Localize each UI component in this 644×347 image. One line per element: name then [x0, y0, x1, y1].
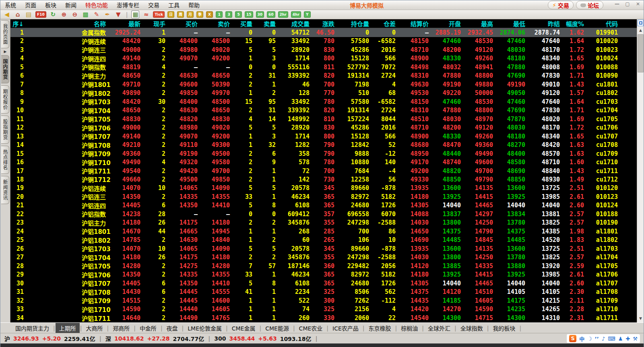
cell[interactable]: 820 [314, 71, 339, 80]
cell[interactable]: 14105 [498, 288, 530, 296]
cell[interactable]: 1.98 [565, 227, 589, 235]
cell[interactable]: 14350 [113, 271, 145, 279]
cell[interactable]: 95 [257, 97, 281, 106]
cell[interactable]: 14490 [170, 314, 202, 322]
cell[interactable]: 7684 [339, 167, 374, 175]
cell[interactable]: 1 [257, 175, 281, 184]
cell[interactable]: 0 [235, 210, 257, 218]
cell[interactable]: 345 [314, 244, 339, 253]
cell[interactable]: 49500 [170, 175, 202, 184]
cell[interactable]: 2 [145, 80, 170, 89]
cell[interactable]: 14405 [113, 201, 145, 210]
cell[interactable]: 800 [314, 132, 339, 140]
cell[interactable]: 48180 [498, 132, 530, 140]
cell[interactable]: 365 [314, 192, 339, 201]
cell[interactable]: 15 [235, 97, 257, 106]
cell[interactable]: 47880 [433, 71, 466, 80]
cell[interactable]: 48020 [530, 115, 565, 123]
cell[interactable]: 49540 [113, 167, 145, 175]
cell[interactable]: 106 [339, 236, 374, 244]
cell[interactable]: 17 [10, 167, 29, 175]
contract-name[interactable]: 沪铝1801 [29, 227, 113, 235]
cell[interactable]: cu1709 [589, 149, 623, 158]
cell[interactable]: 14785 [113, 236, 145, 244]
cell[interactable]: 32 [10, 296, 29, 305]
col-header-19[interactable]: 代码 [589, 19, 623, 28]
table-row-24[interactable]: 24沪铝180114670441466514945112682857008614… [10, 227, 637, 235]
cell[interactable]: 49170 [400, 158, 433, 166]
cell[interactable]: 5 [257, 244, 281, 253]
contract-name[interactable]: 沪铝1703 [29, 244, 113, 253]
cell[interactable]: 14355 [202, 192, 235, 201]
cell[interactable]: 2 [235, 167, 257, 175]
cell[interactable]: 2885.19 [433, 28, 466, 37]
zoom-in-icon[interactable]: ⊕ [60, 11, 68, 18]
exchange-tab-12[interactable]: 东京橡胶 [365, 323, 395, 333]
period-button-X[interactable]: X [206, 11, 213, 18]
cell[interactable]: 49970 [202, 89, 235, 97]
cell[interactable]: 5 [235, 123, 257, 132]
chart-view-icon[interactable]: ≈ [142, 11, 150, 18]
cell[interactable]: 2 [257, 236, 281, 244]
cell[interactable]: 48970 [466, 115, 498, 123]
cell[interactable]: 2 [145, 192, 170, 201]
cell[interactable]: -6582 [374, 97, 400, 106]
cell[interactable]: 52 [374, 140, 400, 149]
cell[interactable]: 2 [145, 296, 170, 305]
cell[interactable]: 566 [374, 132, 400, 140]
cell[interactable]: 14670 [113, 227, 145, 235]
keyboard-icon[interactable]: ⌨ [608, 336, 615, 342]
cell[interactable]: 13600 [433, 244, 466, 253]
cell[interactable]: -4 [374, 167, 400, 175]
minimize-button[interactable]: — [614, 1, 620, 7]
cell[interactable]: 48008 [530, 63, 565, 71]
cell[interactable]: 15 [235, 37, 257, 45]
exchange-tab-11[interactable]: ICE农产品 [329, 323, 362, 333]
cell[interactable]: 5 [235, 45, 257, 54]
cell[interactable]: 48900 [400, 132, 433, 140]
cell[interactable]: 47690 [498, 71, 530, 80]
cell[interactable]: 33492 [281, 37, 314, 45]
cell[interactable]: 49020 [202, 123, 235, 132]
cell[interactable]: 47830 [530, 106, 565, 114]
cell[interactable]: 2 [257, 219, 281, 227]
cell[interactable]: 13885 [433, 262, 466, 270]
cell[interactable]: 14280 [202, 262, 235, 270]
cell[interactable]: 13880 [498, 262, 530, 270]
cell[interactable]: 8 [10, 89, 29, 97]
grid-view-icon[interactable]: ▦ [131, 10, 139, 19]
cell[interactable]: 345876 [281, 253, 314, 262]
cell[interactable]: 14297 [466, 210, 498, 218]
cell[interactable]: 2 [145, 236, 170, 244]
col-header-7[interactable]: 买量 [235, 19, 257, 28]
cell[interactable]: 48710 [530, 158, 565, 166]
contract-name[interactable]: 沪铜连续 [29, 37, 113, 45]
filter-icon[interactable]: ▼ [114, 11, 122, 18]
table-row-4[interactable]: 4沪铜连四49140249070492001317148001512856648… [10, 54, 637, 62]
exchange-tab-1[interactable]: 国内期货主力 [12, 323, 53, 333]
col-header-16[interactable]: 最低 [498, 19, 530, 28]
col-header-10[interactable]: 涨跌 [314, 19, 339, 28]
contract-name[interactable]: 沪铝1711 [29, 314, 113, 322]
cell[interactable]: 49710 [113, 80, 145, 89]
cell[interactable]: 49850 [170, 89, 202, 97]
cell[interactable]: 1 [257, 167, 281, 175]
cell[interactable]: 14640 [113, 314, 145, 322]
cell[interactable]: 247298 [339, 253, 374, 262]
cell[interactable]: 13925 [498, 271, 530, 279]
col-header-11[interactable]: 持仓量 [339, 19, 374, 28]
cell[interactable]: 49020 [202, 45, 235, 54]
table-row-13[interactable]: 13沪铜170749140249070492001317148001512856… [10, 132, 637, 140]
cell[interactable]: 0 [374, 28, 400, 37]
cell[interactable]: 14305 [400, 279, 433, 287]
period-button-15[interactable]: 15 [245, 11, 253, 18]
cell[interactable]: 14515 [113, 296, 145, 305]
cell[interactable]: 1 [235, 89, 257, 97]
cell[interactable]: 830 [314, 123, 339, 132]
cell[interactable]: 48170 [530, 45, 565, 54]
cell[interactable]: 48580 [498, 158, 530, 166]
microphone-icon[interactable]: ♪ [602, 336, 605, 342]
cell[interactable]: 48800 [466, 106, 498, 114]
cell[interactable]: 2 [235, 106, 257, 114]
cell[interactable]: 2.11 [565, 296, 589, 305]
